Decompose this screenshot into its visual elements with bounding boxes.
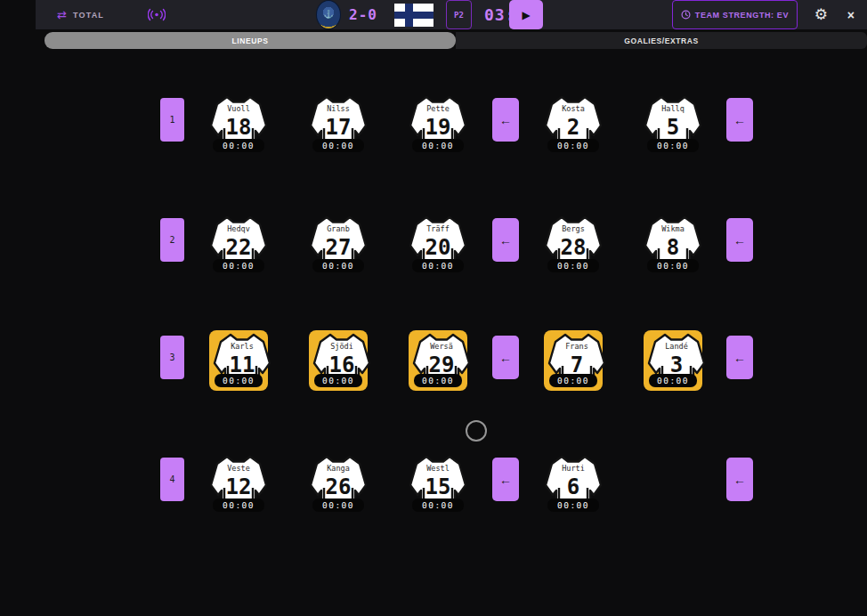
cursor-ring — [466, 420, 487, 442]
svg-text:Träff: Träff — [426, 224, 450, 233]
line-number-box[interactable]: 1 — [160, 98, 184, 142]
svg-text:20: 20 — [425, 235, 451, 260]
player-jersey[interactable]: Sjödi 16 00:00 — [309, 330, 368, 391]
player-jersey[interactable]: Hallq 5 00:00 — [644, 95, 702, 152]
player-time-badge: 00:00 — [213, 139, 264, 152]
player-jersey[interactable]: Landé 3 00:00 — [644, 330, 702, 391]
svg-text:6: 6 — [567, 474, 579, 499]
svg-text:Wersä: Wersä — [430, 342, 453, 351]
player-jersey[interactable]: Hurti 6 00:00 — [544, 455, 603, 512]
player-time-badge: 00:00 — [647, 259, 699, 272]
svg-text:Vuoll: Vuoll — [227, 104, 250, 113]
player-jersey[interactable]: Pette 19 00:00 — [409, 95, 467, 152]
svg-text:Landé: Landé — [665, 342, 688, 351]
line-shift-arrow-button[interactable]: ← — [726, 458, 753, 501]
tab-bar: LINEUPS GOALIES/EXTRAS — [45, 32, 867, 49]
svg-text:5: 5 — [667, 115, 679, 140]
play-button[interactable]: ▶ — [509, 0, 543, 29]
team-strength-label: TEAM STRENGTH: EV — [695, 11, 789, 20]
player-jersey[interactable]: Träff 20 00:00 — [409, 215, 467, 272]
tab-goalies-extras[interactable]: GOALIES/EXTRAS — [456, 32, 867, 49]
svg-text:Hurti: Hurti — [562, 464, 585, 473]
team-logo: ⚓ — [316, 0, 341, 29]
player-time-badge: 00:00 — [312, 498, 364, 512]
line-shift-arrow-button[interactable]: ← — [726, 218, 753, 262]
svg-text:Westl: Westl — [426, 464, 450, 473]
close-icon[interactable]: × — [847, 0, 855, 29]
svg-text:15: 15 — [425, 474, 451, 499]
svg-text:12: 12 — [226, 474, 252, 499]
svg-text:Sjödi: Sjödi — [330, 342, 353, 351]
svg-text:19: 19 — [425, 115, 451, 140]
player-time-badge: 00:00 — [312, 139, 364, 152]
finland-flag — [394, 0, 434, 29]
player-time-badge: 00:00 — [647, 139, 699, 152]
player-jersey[interactable]: Westl 15 00:00 — [409, 455, 467, 512]
player-jersey[interactable]: Karls 11 00:00 — [209, 330, 268, 391]
svg-text:17: 17 — [326, 115, 352, 140]
svg-text:26: 26 — [326, 474, 352, 499]
player-jersey[interactable]: Nilss 17 00:00 — [309, 95, 368, 152]
svg-text:2: 2 — [567, 115, 579, 140]
player-jersey[interactable]: Kanga 26 00:00 — [309, 455, 368, 512]
svg-text:Hallq: Hallq — [661, 104, 685, 113]
player-time-badge: 00:00 — [215, 374, 263, 387]
player-jersey[interactable]: Wersä 29 00:00 — [409, 330, 467, 391]
svg-text:Kanga: Kanga — [327, 464, 350, 473]
line-number-box[interactable]: 4 — [160, 458, 184, 501]
lineup-row-3: 3 Karls 11 00:00 Sjödi 16 00:00 Wersä 29… — [0, 333, 867, 395]
svg-text:Kosta: Kosta — [562, 104, 585, 113]
player-jersey[interactable]: Bergs 28 00:00 — [544, 215, 603, 272]
svg-text:Karls: Karls — [231, 342, 254, 351]
player-time-badge: 00:00 — [314, 374, 362, 387]
player-time-badge: 00:00 — [312, 259, 364, 272]
player-time-badge: 00:00 — [412, 139, 464, 152]
settings-gear-icon[interactable]: ⚙ — [814, 0, 828, 29]
svg-text:Hedqv: Hedqv — [227, 224, 250, 233]
broadcast-icon[interactable] — [148, 0, 166, 29]
player-time-badge: 00:00 — [412, 498, 464, 512]
svg-text:8: 8 — [667, 235, 679, 260]
line-shift-arrow-button[interactable]: ← — [492, 458, 519, 501]
repeat-icon: ⇄ — [57, 9, 67, 20]
player-jersey[interactable]: Granb 27 00:00 — [309, 215, 368, 272]
player-time-badge: 00:00 — [649, 374, 697, 387]
player-time-badge: 00:00 — [412, 259, 464, 272]
lineup-row-1: 1 Vuoll 18 00:00 Nilss 17 00:00 Pette 19… — [0, 95, 867, 158]
svg-text:Pette: Pette — [426, 104, 450, 113]
player-jersey[interactable]: Frans 7 00:00 — [544, 330, 603, 391]
svg-text:Frans: Frans — [565, 342, 588, 351]
player-time-badge: 00:00 — [213, 498, 264, 512]
top-bar: ⇄ TOTAL ⚓ 2-0 P2 03:10 ▶ T — [36, 0, 867, 29]
player-time-badge: 00:00 — [549, 374, 597, 387]
player-time-badge: 00:00 — [547, 498, 599, 512]
team-strength-button[interactable]: TEAM STRENGTH: EV — [672, 0, 798, 29]
lineup-row-4: 4 Veste 12 00:00 Kanga 26 00:00 Westl 15… — [0, 455, 867, 517]
svg-text:28: 28 — [561, 235, 587, 260]
player-jersey[interactable]: Veste 12 00:00 — [209, 455, 268, 512]
score-display: 2-0 — [349, 0, 377, 29]
player-jersey[interactable]: Vuoll 18 00:00 — [209, 95, 268, 152]
player-jersey[interactable]: Hedqv 22 00:00 — [209, 215, 268, 272]
svg-text:Wikma: Wikma — [661, 224, 685, 233]
player-time-badge: 00:00 — [213, 259, 264, 272]
period-badge: P2 — [446, 0, 472, 29]
player-jersey[interactable]: Kosta 2 00:00 — [544, 95, 603, 152]
svg-text:27: 27 — [326, 235, 352, 260]
line-shift-arrow-button[interactable]: ← — [492, 98, 519, 142]
player-time-badge: 00:00 — [547, 259, 599, 272]
player-time-badge: 00:00 — [414, 374, 462, 387]
line-shift-arrow-button[interactable]: ← — [726, 98, 753, 142]
svg-text:Nilss: Nilss — [327, 104, 350, 113]
line-shift-arrow-button[interactable]: ← — [492, 336, 519, 379]
line-number-box[interactable]: 3 — [160, 336, 184, 379]
total-mode-toggle[interactable]: ⇄ TOTAL — [57, 0, 104, 29]
player-jersey[interactable]: Wikma 8 00:00 — [644, 215, 702, 272]
lineup-row-2: 2 Hedqv 22 00:00 Granb 27 00:00 Träff 20… — [0, 215, 867, 278]
svg-text:Granb: Granb — [327, 224, 350, 233]
tab-lineups[interactable]: LINEUPS — [45, 32, 456, 49]
line-shift-arrow-button[interactable]: ← — [492, 218, 519, 262]
line-shift-arrow-button[interactable]: ← — [726, 336, 753, 379]
line-number-box[interactable]: 2 — [160, 218, 184, 262]
play-icon: ▶ — [522, 10, 530, 20]
